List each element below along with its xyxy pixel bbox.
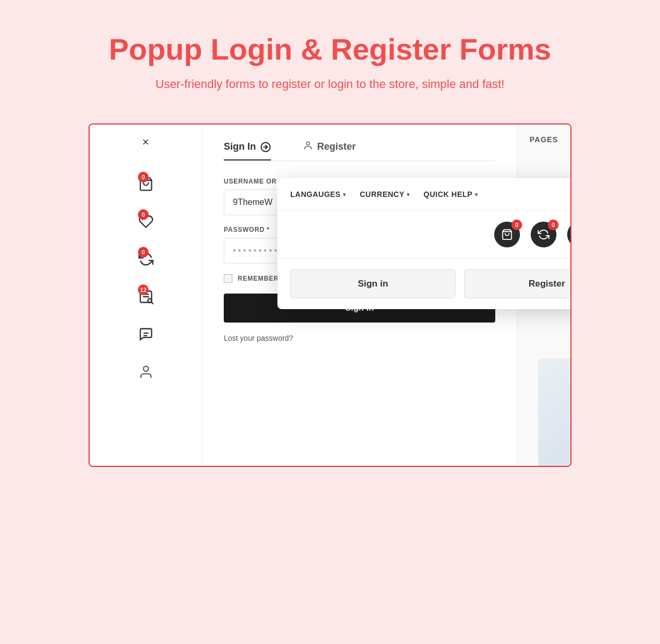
- popup-register-button[interactable]: Register: [464, 269, 571, 298]
- remember-checkbox[interactable]: [224, 274, 232, 283]
- quick-help-chevron-icon: ▾: [475, 192, 478, 197]
- sidebar-item-compare[interactable]: 0: [90, 240, 202, 278]
- demo-container: × 0 0 0: [89, 123, 571, 467]
- sidebar: × 0 0 0: [90, 125, 202, 466]
- pages-label: PAGES: [530, 135, 558, 144]
- tab-signin[interactable]: Sign In: [224, 141, 271, 160]
- navbar-compare-icon[interactable]: 0: [531, 222, 556, 247]
- user-icon: [137, 363, 155, 381]
- popup-signin-button[interactable]: Sign in: [290, 269, 456, 298]
- languages-label: LANGAUGES: [290, 190, 341, 199]
- svg-point-11: [306, 142, 310, 145]
- languages-menu[interactable]: LANGAUGES ▾: [290, 190, 346, 199]
- sidebar-item-search[interactable]: 12: [90, 278, 202, 316]
- lost-password-link[interactable]: Lost your password?: [224, 334, 293, 342]
- tab-register[interactable]: Register: [303, 141, 356, 160]
- sidebar-item-message[interactable]: [90, 316, 202, 353]
- currency-label: CURRENCY: [360, 190, 404, 199]
- sidebar-item-wishlist[interactable]: 0: [90, 203, 202, 240]
- languages-chevron-icon: ▾: [343, 192, 346, 197]
- sidebar-item-user[interactable]: [90, 353, 202, 391]
- user-icon-tab: [303, 141, 313, 153]
- navbar-compare-badge: 0: [548, 219, 559, 230]
- navbar-heart-icon[interactable]: 0: [567, 222, 571, 247]
- close-button[interactable]: ×: [142, 135, 149, 149]
- page-title: Popup Login & Register Forms: [109, 32, 551, 67]
- arrow-right-icon: [260, 142, 271, 152]
- form-tabs: Sign In Register: [224, 141, 495, 162]
- sidebar-item-bag[interactable]: 0: [90, 165, 202, 203]
- navbar-icons-row: 0 0 0: [277, 211, 571, 259]
- remember-label: REMEMBER: [238, 275, 278, 282]
- navbar-popup: LANGAUGES ▾ CURRENCY ▾ QUICK HELP ▾ 1: [277, 178, 571, 309]
- navbar-bag-badge: 0: [511, 219, 522, 230]
- quick-help-menu[interactable]: QUICK HELP ▾: [423, 190, 478, 199]
- currency-menu[interactable]: CURRENCY ▾: [360, 190, 409, 199]
- navbar-bag-icon[interactable]: 0: [494, 222, 520, 247]
- right-decoration: [538, 358, 570, 466]
- currency-chevron-icon: ▾: [407, 192, 410, 197]
- svg-point-8: [143, 367, 148, 371]
- page-subtitle: User-friendly forms to register or login…: [156, 77, 504, 91]
- navbar-top: LANGAUGES ▾ CURRENCY ▾ QUICK HELP ▾ 1: [277, 178, 571, 211]
- message-icon: [137, 325, 155, 343]
- svg-line-5: [151, 302, 152, 304]
- quick-help-label: QUICK HELP: [423, 190, 472, 199]
- navbar-buttons-row: Sign in Register: [277, 259, 571, 309]
